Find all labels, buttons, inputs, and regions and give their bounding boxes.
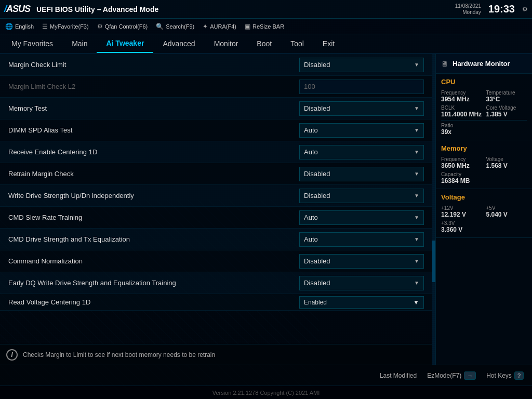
cpu-frequency-item: Frequency 3954 MHz	[441, 90, 482, 103]
nav-advanced[interactable]: Advanced	[153, 34, 204, 53]
mem-voltage-item: Voltage 1.568 V	[486, 156, 527, 169]
scrollbar[interactable]	[432, 54, 435, 365]
bios-title: UEFI BIOS Utility – Advanced Mode	[36, 5, 158, 14]
topbar-aura[interactable]: ✦ AURA(F4)	[203, 23, 236, 30]
chevron-down-icon: ▼	[414, 258, 419, 264]
topbar-myfavorite[interactable]: ☰ MyFavorite(F3)	[42, 23, 89, 30]
cpu-corevolt-item: Core Voltage 1.385 V	[486, 105, 527, 118]
v12-item: +12V 12.192 V	[441, 205, 482, 218]
setting-label-1: Margin Limit Check L2	[8, 83, 299, 90]
chevron-down-icon: ▼	[414, 171, 419, 177]
table-row: CMD Drive Strength and Tx Equalization A…	[0, 229, 432, 250]
nav-ai-tweaker[interactable]: Ai Tweaker	[97, 34, 153, 53]
voltage-grid: +12V 12.192 V +5V 5.040 V	[441, 205, 527, 218]
info-icon: i	[6, 349, 18, 361]
setting-label-0: Margin Check Limit	[8, 61, 299, 69]
mem-capacity-label: Capacity	[441, 171, 527, 177]
hotkeys-button[interactable]: Hot Keys ?	[486, 371, 524, 380]
chevron-down-icon: ▼	[414, 105, 419, 111]
memory-section-title: Memory	[441, 144, 527, 152]
v5-item: +5V 5.040 V	[486, 205, 527, 218]
cpu-ratio-item: Ratio 39x	[441, 123, 527, 136]
margin-check-limit-dropdown[interactable]: Disabled ▼	[299, 58, 424, 72]
right-panel: 🖥 Hardware Monitor CPU Frequency 3954 MH…	[435, 54, 532, 365]
nav-my-favorites[interactable]: My Favorites	[2, 34, 62, 53]
scroll-thumb[interactable]	[432, 241, 435, 282]
menu-icon: ☰	[42, 23, 48, 30]
nav-exit[interactable]: Exit	[313, 34, 344, 53]
table-row: Retrain Margin Check Disabled ▼	[0, 163, 432, 185]
search-icon: 🔍	[156, 23, 164, 30]
monitor-icon: 🖥	[441, 60, 448, 68]
ezmode-button[interactable]: EzMode(F7) →	[427, 371, 476, 380]
nav-monitor[interactable]: Monitor	[205, 34, 248, 53]
nav-boot[interactable]: Boot	[247, 34, 281, 53]
rec-enable-dropdown[interactable]: Auto ▼	[299, 145, 424, 159]
v5-label: +5V	[486, 205, 527, 211]
topbar-resize-label: ReSize BAR	[252, 23, 284, 30]
voltage-section-title: Voltage	[441, 193, 527, 201]
cpu-frequency-value: 3954 MHz	[441, 96, 482, 103]
chevron-down-icon: ▼	[414, 62, 419, 68]
footer: Last Modified EzMode(F7) → Hot Keys ?	[0, 365, 532, 385]
version-text: Version 2.21.1278 Copyright (C) 2021 AMI	[212, 390, 320, 396]
read-voltage-dropdown[interactable]: Enabled ▼	[299, 296, 424, 309]
nav-tool[interactable]: Tool	[281, 34, 313, 53]
write-drive-dropdown[interactable]: Disabled ▼	[299, 189, 424, 203]
topbar-search[interactable]: 🔍 Search(F9)	[156, 23, 194, 30]
cpu-bclk-item: BCLK 101.4000 MHz	[441, 105, 482, 118]
v33-value: 3.360 V	[441, 226, 527, 233]
last-modified-label: Last Modified	[380, 372, 417, 379]
asus-logo: /ASUS	[4, 4, 30, 15]
setting-label-5: Retrain Margin Check	[8, 170, 299, 178]
memory-test-dropdown[interactable]: Disabled ▼	[299, 101, 424, 116]
cpu-temp-value: 33°C	[486, 96, 527, 103]
cpu-temp-label: Temperature	[486, 90, 527, 96]
cpu-section-title: CPU	[441, 78, 527, 86]
retrain-margin-dropdown[interactable]: Disabled ▼	[299, 167, 424, 181]
topbar-resizebar[interactable]: ▣ ReSize BAR	[245, 23, 284, 30]
table-row: Receive Enable Centering 1D Auto ▼	[0, 141, 432, 163]
content-area: Margin Check Limit Disabled ▼ Margin Lim…	[0, 54, 532, 365]
setting-label-6: Write Drive Strength Up/Dn independently	[8, 192, 299, 200]
chevron-down-icon: ▼	[414, 215, 419, 220]
resize-icon: ▣	[245, 23, 250, 30]
topbar-qfan-label: Qfan Control(F6)	[105, 23, 148, 30]
chevron-down-icon: ▼	[414, 280, 419, 286]
header-right: 11/08/2021 Monday 19:33 ⚙	[455, 3, 528, 16]
nav-main[interactable]: Main	[62, 34, 97, 53]
mem-capacity-value: 16384 MB	[441, 177, 527, 184]
dimm-spd-dropdown[interactable]: Auto ▼	[299, 123, 424, 138]
topbar-aura-label: AURA(F4)	[210, 23, 236, 30]
memory-section: Memory Frequency 3650 MHz Voltage 1.568 …	[436, 140, 532, 189]
chevron-down-icon: ▼	[414, 193, 419, 198]
v12-value: 12.192 V	[441, 211, 482, 218]
cpu-bclk-value: 101.4000 MHz	[441, 111, 482, 118]
table-row: Margin Check Limit Disabled ▼	[0, 54, 432, 76]
chevron-down-icon: ▼	[414, 127, 419, 133]
setting-label-9: Command Normalization	[8, 257, 299, 265]
table-row: Command Normalization Disabled ▼	[0, 250, 432, 272]
cmd-slew-dropdown[interactable]: Auto ▼	[299, 210, 424, 225]
cpu-ratio-value: 39x	[441, 128, 527, 136]
topbar-english[interactable]: 🌐 English	[5, 23, 34, 30]
setting-label-3: DIMM SPD Alias Test	[8, 126, 299, 134]
early-dq-dropdown[interactable]: Disabled ▼	[299, 276, 424, 290]
last-modified-button[interactable]: Last Modified	[380, 372, 417, 379]
v33-label: +3.3V	[441, 220, 527, 226]
ezmode-label: EzMode(F7)	[427, 372, 461, 379]
chevron-down-icon: ▼	[413, 299, 419, 306]
cmd-norm-dropdown[interactable]: Disabled ▼	[299, 254, 424, 269]
topbar-qfan[interactable]: ⚙ Qfan Control(F6)	[97, 23, 148, 30]
table-row: DIMM SPD Alias Test Auto ▼	[0, 119, 432, 141]
settings-icon[interactable]: ⚙	[522, 6, 528, 13]
hw-monitor-header: 🖥 Hardware Monitor	[436, 54, 532, 74]
cpu-corevolt-value: 1.385 V	[486, 111, 527, 118]
table-row: CMD Slew Rate Training Auto ▼	[0, 207, 432, 229]
nav-bar: My Favorites Main Ai Tweaker Advanced Mo…	[0, 34, 532, 54]
hotkeys-label: Hot Keys	[486, 372, 512, 379]
margin-limit-l2-input: 100	[299, 79, 424, 94]
cmd-drive-dropdown[interactable]: Auto ▼	[299, 232, 424, 247]
info-text: Checks Margin to Limit to see if next bo…	[23, 351, 215, 358]
chevron-down-icon: ▼	[414, 149, 419, 155]
